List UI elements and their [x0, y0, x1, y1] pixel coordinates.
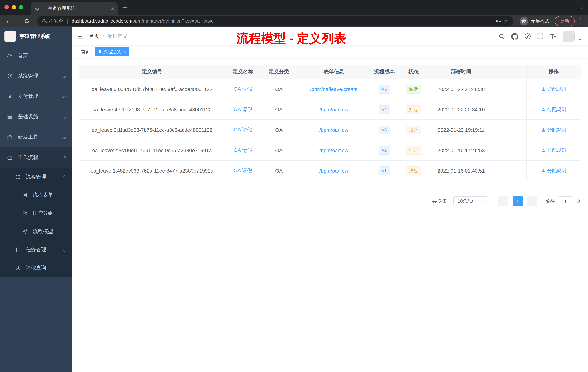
- tag-process-definition[interactable]: 流程定义 ×: [95, 47, 129, 56]
- window-controls: [0, 5, 27, 10]
- version-tag: v4: [378, 105, 390, 114]
- reload-button[interactable]: [24, 18, 34, 24]
- omnibox-divider: [67, 18, 68, 23]
- version-tag: v2: [378, 146, 390, 154]
- tag-home[interactable]: 首页: [78, 47, 93, 56]
- sidebar-item-user-group[interactable]: 用户分组: [0, 204, 72, 222]
- security-label[interactable]: 不安全: [49, 18, 63, 24]
- new-tab-button[interactable]: +: [123, 4, 127, 11]
- window-minimize-button[interactable]: [12, 5, 16, 10]
- sidebar-item-infrastructure[interactable]: 基础设施: [0, 107, 72, 127]
- definition-category: OA: [261, 140, 297, 160]
- help-icon[interactable]: [524, 33, 531, 40]
- table-row: oa_leave:2:3c1f0ef1-76b1-11ec-9c66-a2380…: [79, 140, 581, 161]
- window-close-button[interactable]: [4, 5, 9, 10]
- definition-id: oa_leave:5:004b710b-7b8a-11ec-8ef0-acde4…: [79, 79, 225, 99]
- definition-name-link[interactable]: OA 请假: [234, 167, 252, 174]
- browser-toolbar: ← → 不安全 dashboard.yudao.iocoder.cn/bpm/m…: [0, 15, 588, 27]
- bookmark-star-icon[interactable]: ☆: [504, 18, 509, 24]
- sidebar-item-workflow[interactable]: 工作流程: [0, 147, 72, 168]
- definition-table: 定义编号 定义名称 定义分类 表单信息 流程版本 状态 部署时间 操作 oa_l…: [79, 65, 581, 181]
- sidebar-item-dev-tools[interactable]: 研发工具: [0, 127, 72, 147]
- sidebar-item-payment-mgmt[interactable]: ¥ 支付管理: [0, 86, 72, 107]
- sidebar-logo[interactable]: 芋道管理系统: [0, 27, 72, 45]
- chevron-up-icon: [62, 175, 66, 179]
- sidebar-item-label: 流程表单: [33, 192, 65, 198]
- browser-tab[interactable]: 芋道管理系统 ×: [31, 2, 118, 15]
- main-area: 流程模型 - 定义列表 首页 / 流程定义: [72, 27, 588, 372]
- column-header-actions: 操作: [526, 65, 581, 79]
- sidebar-toggle-icon[interactable]: [72, 33, 89, 40]
- sidebar-item-process-mgmt[interactable]: 流程管理: [0, 168, 72, 186]
- sidebar-item-home[interactable]: 首页: [0, 45, 72, 66]
- chevron-down-icon: [62, 115, 66, 119]
- password-key-icon[interactable]: [495, 18, 502, 24]
- address-bar[interactable]: 不安全 dashboard.yudao.iocoder.cn/bpm/manag…: [37, 16, 513, 26]
- chevron-up-icon: [62, 156, 66, 159]
- table-row: oa_leave:3:1fad3d93-7b75-11ec-a3c8-acde4…: [79, 120, 581, 140]
- assign-rule-link[interactable]: 分配规则: [541, 147, 566, 153]
- next-page-button[interactable]: [527, 196, 537, 206]
- status-tag: 挂起: [406, 125, 421, 134]
- breadcrumb-separator: /: [103, 33, 104, 39]
- form-link[interactable]: /bpm/oa/flow: [319, 127, 348, 133]
- definition-name-link[interactable]: OA 请假: [234, 127, 252, 133]
- deploy-time: 2022-01-22 20:34:10: [429, 99, 493, 119]
- person-icon: [15, 265, 21, 271]
- page-size-select[interactable]: 10条/页: [453, 196, 487, 206]
- avatar-caret-icon[interactable]: [578, 39, 581, 41]
- definition-name-link[interactable]: OA 请假: [234, 106, 252, 113]
- sidebar-item-label: 工作流程: [18, 154, 63, 161]
- sidebar-item-process-form[interactable]: 流程表单: [0, 186, 72, 204]
- incognito-icon: [519, 17, 528, 25]
- goto-label: 前往: [546, 198, 555, 205]
- page-1-button[interactable]: 1: [513, 196, 523, 206]
- chevron-down-icon: [62, 74, 66, 78]
- user-avatar[interactable]: [563, 31, 575, 42]
- sidebar-item-system-mgmt[interactable]: 系统管理: [0, 66, 72, 86]
- form-icon: [22, 192, 28, 198]
- github-icon[interactable]: [511, 33, 518, 40]
- forward-button[interactable]: →: [14, 18, 24, 24]
- definition-name-link[interactable]: OA 请假: [234, 147, 252, 153]
- prev-page-button[interactable]: [498, 196, 508, 206]
- font-size-icon[interactable]: [550, 33, 557, 40]
- users-icon: [22, 210, 28, 216]
- sidebar-item-leave-query[interactable]: 请假查询: [0, 259, 72, 277]
- tab-close-icon[interactable]: ×: [111, 6, 114, 11]
- update-button[interactable]: 更新: [555, 16, 574, 26]
- assign-rule-link[interactable]: 分配规则: [541, 127, 566, 133]
- definition-category: OA: [261, 120, 297, 140]
- fullscreen-icon[interactable]: [537, 33, 544, 40]
- definition-category: OA: [261, 161, 297, 181]
- total-count: 共 5 条: [432, 198, 447, 205]
- sidebar-item-label: 基础设施: [18, 114, 63, 120]
- sidebar-item-process-model[interactable]: 流程模型: [0, 222, 72, 241]
- form-link[interactable]: /bpm/oa/leave/create: [310, 86, 358, 92]
- url-text[interactable]: dashboard.yudao.iocoder.cn/bpm/manager/d…: [72, 18, 214, 24]
- tab-search-icon[interactable]: [580, 4, 582, 11]
- yen-icon: ¥: [7, 94, 13, 99]
- window-zoom-button[interactable]: [19, 5, 23, 10]
- navbar-actions: [499, 31, 588, 42]
- form-link[interactable]: /bpm/oa/flow: [319, 147, 348, 153]
- sidebar-item-task-mgmt[interactable]: 任务管理: [0, 241, 72, 259]
- definition-name-link[interactable]: OA 请假: [234, 86, 252, 92]
- back-button[interactable]: ←: [4, 18, 14, 24]
- form-link[interactable]: /bpm/oa/flow: [319, 107, 348, 112]
- assign-rule-link[interactable]: 分配规则: [541, 86, 566, 92]
- assign-rule-link[interactable]: 分配规则: [541, 167, 566, 174]
- column-header-status: 状态: [398, 65, 429, 79]
- browser-menu-icon[interactable]: [580, 20, 581, 22]
- incognito-badge: 无痕模式: [519, 17, 550, 25]
- assign-rule-link[interactable]: 分配规则: [541, 106, 566, 113]
- breadcrumb-home[interactable]: 首页: [89, 33, 99, 40]
- goto-page-input[interactable]: [558, 196, 573, 206]
- dashboard-icon: [7, 53, 13, 59]
- form-link[interactable]: /bpm/oa/flow: [319, 168, 348, 174]
- column-header-id: 定义编号: [79, 65, 225, 79]
- breadcrumb: 首页 / 流程定义: [89, 33, 128, 40]
- column-header-filler: [493, 65, 526, 79]
- tag-close-icon[interactable]: ×: [123, 49, 126, 54]
- search-icon[interactable]: [499, 33, 505, 40]
